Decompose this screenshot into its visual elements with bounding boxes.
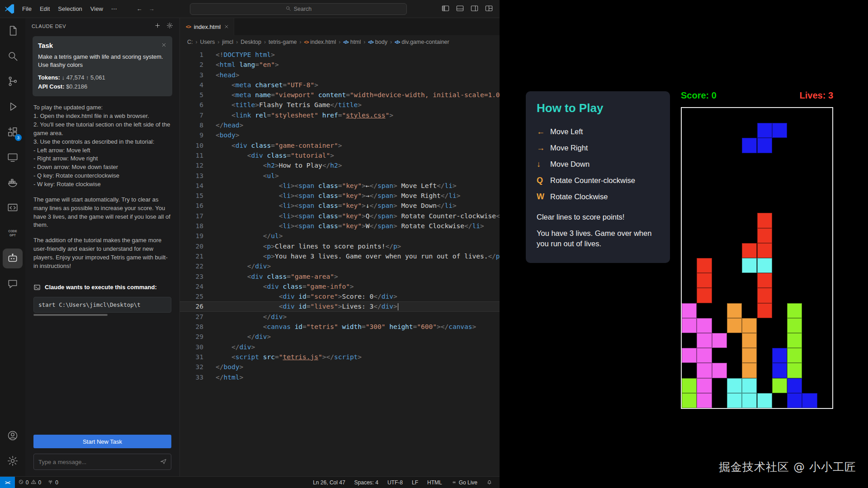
- code-line-15[interactable]: 15 <li><span class="key">→</span> Move R…: [180, 191, 500, 201]
- breadcrumb-html[interactable]: </>html: [343, 39, 361, 45]
- code-line-25[interactable]: 25 <div id="score">Score: 0</div>: [180, 291, 500, 301]
- code-line-12[interactable]: 12 <h2>How to Play</h2>: [180, 160, 500, 170]
- tetris-canvas[interactable]: [681, 107, 833, 409]
- problems-indicator[interactable]: 0 0: [15, 477, 44, 488]
- account-icon: [7, 430, 19, 441]
- status-item-html[interactable]: HTML: [424, 479, 446, 486]
- code-area[interactable]: 1<!DOCTYPE html>2<html lang="en">3<head>…: [180, 49, 500, 476]
- nav-forward-icon[interactable]: →: [149, 5, 155, 12]
- status-item-lf[interactable]: LF: [408, 479, 422, 486]
- line-number: 22: [180, 261, 216, 271]
- menu-view[interactable]: View: [86, 4, 107, 14]
- code-line-24[interactable]: 24 <div class="game-info">: [180, 282, 500, 291]
- breadcrumb-tetris-game[interactable]: tetris-game: [269, 39, 297, 45]
- tetris-block: [682, 348, 697, 363]
- breadcrumb-body[interactable]: </>body: [368, 39, 387, 45]
- remote-indicator[interactable]: ><: [0, 477, 15, 488]
- layout-left-icon[interactable]: [441, 4, 450, 14]
- tab-close-icon[interactable]: [224, 24, 229, 29]
- menu-more[interactable]: ⋯: [107, 4, 121, 14]
- code-line-21[interactable]: 21 <p>You have 3 lives. Game over when y…: [180, 251, 500, 261]
- code-line-10[interactable]: 10 <div class="game-container">: [180, 141, 500, 150]
- command-box[interactable]: start C:\Users\jimcl\Desktop\t: [33, 297, 171, 313]
- sidebar-settings-icon[interactable]: [166, 22, 173, 30]
- code-line-31[interactable]: 31 <script src="tetris.js"></script>: [180, 352, 500, 362]
- code-line-2[interactable]: 2<html lang="en">: [180, 60, 500, 70]
- activity-item-extensions[interactable]: 3: [3, 122, 23, 142]
- message-input[interactable]: [33, 454, 171, 470]
- code-line-22[interactable]: 22 </div>: [180, 261, 500, 271]
- code-line-18[interactable]: 18 <li><span class="key">W</span> Rotate…: [180, 221, 500, 231]
- code-line-4[interactable]: 4 <meta charset="UTF-8">: [180, 80, 500, 90]
- activity-item-docker[interactable]: [3, 173, 23, 192]
- breadcrumb-users[interactable]: Users: [200, 39, 215, 45]
- breadcrumb-c-[interactable]: C:: [187, 39, 193, 45]
- menu-file[interactable]: File: [18, 4, 36, 14]
- code-line-13[interactable]: 13 <ul>: [180, 171, 500, 181]
- breadcrumb-div-game-container[interactable]: </>div.game-container: [395, 39, 449, 45]
- code-line-23[interactable]: 23 <div class="game-area">: [180, 272, 500, 282]
- activity-item-run-debug[interactable]: [3, 97, 23, 117]
- code-line-28[interactable]: 28 <canvas id="tetris" width="300" heigh…: [180, 322, 500, 332]
- code-line-27[interactable]: 27 </div>: [180, 312, 500, 322]
- code-line-19[interactable]: 19 </ul>: [180, 231, 500, 241]
- ports-indicator[interactable]: 0: [44, 477, 61, 488]
- activity-item-settings[interactable]: [3, 451, 23, 471]
- tetris-block: [787, 333, 802, 348]
- layout-custom-icon[interactable]: [485, 4, 493, 14]
- remote-label: ><: [5, 480, 10, 485]
- go-live-button[interactable]: Go Live: [448, 479, 481, 486]
- code-line-16[interactable]: 16 <li><span class="key">↓</span> Move D…: [180, 201, 500, 211]
- activity-item-comments[interactable]: [3, 274, 23, 294]
- nav-back-icon[interactable]: ←: [137, 5, 142, 12]
- breadcrumb-desktop[interactable]: Desktop: [241, 39, 261, 45]
- activity-item-search[interactable]: [3, 46, 23, 66]
- menu-edit[interactable]: Edit: [36, 4, 54, 14]
- new-task-icon[interactable]: [154, 22, 161, 30]
- activity-item-claude[interactable]: [3, 249, 23, 268]
- tetris-block: [772, 123, 787, 138]
- send-icon[interactable]: [160, 458, 167, 467]
- howto-notes: Clear lines to score points!You have 3 l…: [537, 212, 659, 249]
- code-line-30[interactable]: 30 </div>: [180, 342, 500, 352]
- code-line-33[interactable]: 33</html>: [180, 372, 500, 382]
- message-line: The addition of the tutorial makes the g…: [33, 236, 171, 270]
- code-line-20[interactable]: 20 <p>Clear lines to score points!</p>: [180, 241, 500, 251]
- breadcrumb-jimcl[interactable]: jimcl: [222, 39, 233, 45]
- status-item-spaces[interactable]: Spaces: 4: [351, 479, 382, 486]
- command-center-search[interactable]: Search: [190, 3, 407, 15]
- breadcrumb-separator: ›: [236, 39, 238, 45]
- activity-item-explorer[interactable]: [3, 21, 23, 41]
- activity-item-account[interactable]: [3, 426, 23, 446]
- layout-bottom-icon[interactable]: [456, 4, 464, 14]
- code-line-3[interactable]: 3<head>: [180, 70, 500, 80]
- status-item-utf-8[interactable]: UTF-8: [384, 479, 406, 486]
- notifications-bell[interactable]: [483, 479, 496, 485]
- code-line-17[interactable]: 17 <li><span class="key">Q</span> Rotate…: [180, 211, 500, 221]
- code-line-14[interactable]: 14 <li><span class="key">←</span> Move L…: [180, 181, 500, 191]
- start-new-task-button[interactable]: Start New Task: [33, 435, 171, 448]
- activity-item-live-preview[interactable]: [3, 198, 23, 218]
- activity-item-remote-explorer[interactable]: [3, 147, 23, 167]
- task-close-icon[interactable]: [161, 42, 167, 49]
- code-line-6[interactable]: 6 <title>Flashy Tetris Game</title>: [180, 100, 500, 110]
- status-item-ln[interactable]: Ln 26, Col 47: [309, 479, 349, 486]
- code-line-9[interactable]: 9<body>: [180, 130, 500, 140]
- tab-index-html[interactable]: <> index.html: [180, 18, 234, 35]
- code-line-5[interactable]: 5 <meta name="viewport" content="width=d…: [180, 90, 500, 100]
- code-line-8[interactable]: 8</head>: [180, 120, 500, 130]
- code-line-32[interactable]: 32</body>: [180, 362, 500, 372]
- line-number: 9: [180, 130, 216, 140]
- control-label: Move Down: [550, 160, 590, 169]
- code-line-7[interactable]: 7 <link rel="stylesheet" href="styles.cs…: [180, 110, 500, 120]
- activity-item-codegpt[interactable]: CODEGPT: [3, 223, 23, 243]
- code-line-29[interactable]: 29 </div>: [180, 332, 500, 342]
- layout-right-icon[interactable]: [470, 4, 479, 14]
- code-line-1[interactable]: 1<!DOCTYPE html>: [180, 50, 500, 60]
- breadcrumb-index-html[interactable]: <>index.html: [304, 39, 336, 45]
- code-line-26[interactable]: 26 <div id="lives">Lives: 3</div>: [180, 301, 500, 311]
- menu-selection[interactable]: Selection: [54, 4, 86, 14]
- activity-item-source-control[interactable]: [3, 71, 23, 91]
- breadcrumb-separator: ›: [300, 39, 302, 45]
- code-line-11[interactable]: 11 <div class="tutorial">: [180, 150, 500, 160]
